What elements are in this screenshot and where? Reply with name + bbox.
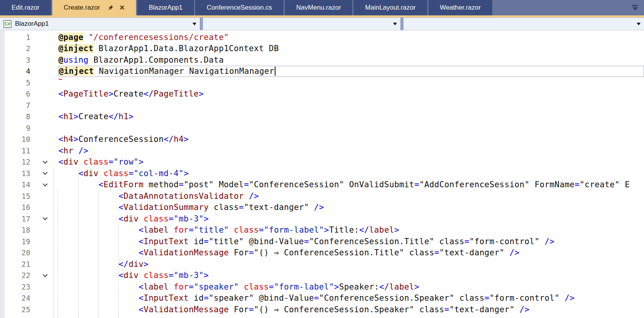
code-line-9[interactable]: 9 xyxy=(0,122,644,134)
code-token xyxy=(58,293,139,303)
code-line-2[interactable]: 2@inject BlazorApp1.Data.BlazorApp1Conte… xyxy=(0,43,644,55)
code-line-11[interactable]: 11<hr /> xyxy=(0,145,644,157)
collapse-chevron-icon[interactable] xyxy=(43,170,48,175)
code-token: /> xyxy=(564,293,574,303)
code-line-8[interactable]: 8<h1>Create</h1> xyxy=(0,111,644,123)
code-token: /> xyxy=(249,191,259,201)
code-token: Create xyxy=(78,112,108,121)
code-token: "title" xyxy=(194,225,229,235)
tab-navmenu-razor[interactable]: NavMenu.razor xyxy=(285,0,352,15)
outlining-margin xyxy=(36,43,58,55)
code-line-10[interactable]: 10<h4>ConferenceSession</h4> xyxy=(0,134,644,145)
code-token: label xyxy=(144,282,169,291)
tab-mainlayout-razor[interactable]: MainLayout.razor xyxy=(354,0,427,15)
code-token: h1 xyxy=(119,112,129,121)
code-token xyxy=(58,260,119,269)
collapse-chevron-icon[interactable] xyxy=(43,181,48,186)
code-token: class xyxy=(234,225,259,235)
code-text: <ValidationMessage For="() ⇒ ConferenceS… xyxy=(58,247,644,259)
code-line-14[interactable]: 14 <EditForm method="post" Model="Confer… xyxy=(0,179,644,191)
code-token: < xyxy=(119,191,124,201)
tab-blazorapp1[interactable]: BlazorApp1 xyxy=(137,0,194,15)
code-token: = xyxy=(108,157,113,166)
code-token: @inject xyxy=(59,67,94,76)
code-line-7[interactable]: 7 xyxy=(0,100,644,111)
code-editor[interactable]: 1@page "/conferencesessions/create"2@inj… xyxy=(0,30,644,318)
code-token: "mb-3" xyxy=(174,271,204,280)
code-line-18[interactable]: 18 <label for="title" class="form-label"… xyxy=(0,225,644,236)
code-token: "speaker" xyxy=(194,282,239,291)
tab-list-dropdown-icon[interactable] xyxy=(632,5,638,10)
code-text: <EditForm method="post" Model="Conferenc… xyxy=(58,179,644,191)
code-token: = xyxy=(304,237,309,246)
code-line-3[interactable]: 3@using BlazorApp1.Components.Data xyxy=(0,54,644,66)
code-text: <h1>Create</h1> xyxy=(58,111,644,123)
code-line-21[interactable]: 21 </div> xyxy=(0,258,644,270)
outlining-margin xyxy=(36,157,58,168)
code-token: class xyxy=(244,282,269,291)
code-line-19[interactable]: 19 <InputText id="title" @bind-Value="Co… xyxy=(0,236,644,247)
dropdown-arrow-icon[interactable] xyxy=(393,23,397,25)
code-token: for xyxy=(174,282,189,291)
code-text: <h4>ConferenceSession</h4> xyxy=(58,134,644,145)
line-number: 3 xyxy=(0,56,36,64)
code-token: > xyxy=(73,112,78,121)
tab-create-razor[interactable]: Create.razor× xyxy=(52,0,136,15)
code-token: for xyxy=(174,225,189,235)
code-line-17[interactable]: 17 <div class="mb-3"> xyxy=(0,213,644,225)
code-token: = xyxy=(249,248,254,257)
code-text xyxy=(58,122,644,134)
collapse-chevron-icon[interactable] xyxy=(43,159,48,164)
code-line-22[interactable]: 22 <div class="mb-3"> xyxy=(0,270,644,281)
project-dropdown[interactable]: C# BlazorApp1 xyxy=(0,18,200,30)
pin-icon[interactable] xyxy=(108,5,113,11)
code-line-15[interactable]: 15 <DataAnnotationsValidator /> xyxy=(0,190,644,202)
line-number: 8 xyxy=(0,112,36,121)
code-token: < xyxy=(119,203,124,212)
code-line-6[interactable]: 6<PageTitle>Create</PageTitle> xyxy=(0,88,644,100)
code-token: > xyxy=(394,225,399,235)
code-line-12[interactable]: 12<div class="row"> xyxy=(0,157,644,168)
code-line-23[interactable]: 23 <label for="speaker" class="form-labe… xyxy=(0,281,644,293)
member-dropdown[interactable] xyxy=(403,18,644,30)
close-icon[interactable]: × xyxy=(120,3,124,12)
code-line-1[interactable]: 1@page "/conferencesessions/create" xyxy=(0,32,644,43)
navigation-bar: C# BlazorApp1 xyxy=(0,17,644,30)
code-token: @ xyxy=(58,55,63,65)
code-line-4[interactable]: 4@inject NavigationManager NavigationMan… xyxy=(0,66,644,77)
code-line-25[interactable]: 25 <ValidationMessage For="() ⇒ Conferen… xyxy=(0,304,644,315)
tab-conferencesession-cs[interactable]: ConferenceSession.cs xyxy=(195,0,284,15)
code-token: > xyxy=(204,214,209,223)
code-token: "col-md-4" xyxy=(134,169,184,178)
code-token: > xyxy=(184,135,189,144)
code-text: <PageTitle>Create</PageTitle> xyxy=(58,88,644,100)
code-token: For xyxy=(229,248,249,257)
tab-edit-razor[interactable]: Edit.razor xyxy=(0,0,51,15)
code-token: DataAnnotationsValidator xyxy=(124,191,244,201)
code-line-20[interactable]: 20 <ValidationMessage For="() ⇒ Conferen… xyxy=(0,247,644,259)
line-number: 5 xyxy=(0,78,36,87)
code-line-24[interactable]: 24 <InputText id="speaker" @bind-Value="… xyxy=(0,293,644,304)
collapse-chevron-icon[interactable] xyxy=(43,215,48,220)
code-line-13[interactable]: 13 <div class="col-md-4"> xyxy=(0,168,644,179)
code-token: < xyxy=(139,237,144,246)
code-token: > xyxy=(199,89,204,98)
code-lines: 1@page "/conferencesessions/create"2@inj… xyxy=(0,32,644,315)
dropdown-arrow-icon[interactable] xyxy=(193,23,196,25)
code-token: < xyxy=(139,305,144,314)
line-number: 2 xyxy=(0,44,36,53)
line-number: 1 xyxy=(0,33,36,42)
tab-label: MainLayout.razor xyxy=(365,4,415,12)
code-token: = xyxy=(485,293,490,303)
type-dropdown[interactable] xyxy=(203,18,400,30)
code-line-16[interactable]: 16 <ValidationSummary class="text-danger… xyxy=(0,202,644,213)
code-token: "form-control" xyxy=(470,237,545,246)
code-line-5[interactable]: 5~ xyxy=(0,77,644,88)
collapse-chevron-icon[interactable] xyxy=(43,272,48,277)
code-token: = xyxy=(129,169,134,178)
dropdown-arrow-icon[interactable] xyxy=(637,23,641,25)
tab-weather-razor[interactable]: Weather.razor xyxy=(428,0,492,15)
tab-label: BlazorApp1 xyxy=(149,4,183,12)
code-token xyxy=(58,282,139,291)
code-text: <div class="row"> xyxy=(58,157,644,168)
